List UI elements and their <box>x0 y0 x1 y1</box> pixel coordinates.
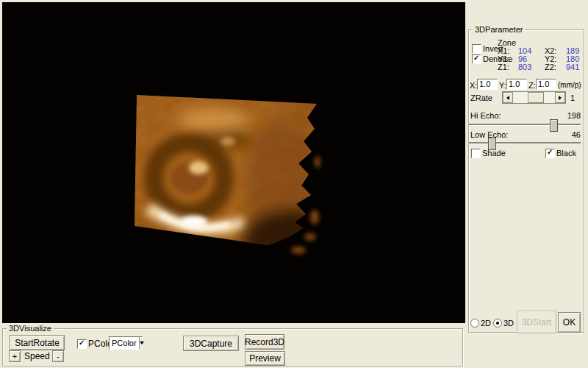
scale-unit-label: (mm/p) <box>558 81 581 90</box>
mode-2d-label: 2D <box>481 319 491 328</box>
mode-2d-radio[interactable] <box>470 319 479 328</box>
parameter-groupbox: 3DParameter <box>468 29 584 333</box>
pcolor-checkbox[interactable] <box>77 339 87 349</box>
zrate-value: 1 <box>570 93 575 102</box>
scroll-right-icon <box>559 96 564 100</box>
record3d-button[interactable]: Record3D <box>245 334 284 350</box>
parameter-panel: 3DParameter Invert Denoise Zone X1: 104 … <box>465 0 588 333</box>
visualize-panel-title: 3DVisualize <box>7 324 54 333</box>
invert-checkbox[interactable] <box>472 44 481 54</box>
zrate-scroll-right-button[interactable] <box>555 92 565 103</box>
pcolor-dropdown-value: PColor <box>110 339 139 347</box>
scale-z-label: Z: <box>528 81 536 90</box>
hi-echo-label: Hi Echo: <box>470 111 501 120</box>
zone-z1-value: 803 <box>518 63 531 71</box>
preview-button[interactable]: Preview <box>245 351 285 366</box>
pcolor-dropdown-button[interactable] <box>139 337 144 349</box>
zrate-scroll-track[interactable] <box>513 92 555 103</box>
scale-x-input[interactable] <box>477 79 498 90</box>
ok-button[interactable]: OK <box>558 312 581 333</box>
capture3d-button[interactable]: 3DCapture <box>183 336 239 351</box>
mode-3d-radio[interactable] <box>493 319 502 328</box>
black-label: Black <box>556 149 576 158</box>
zrate-scroll-left-button[interactable] <box>503 92 513 103</box>
ultrasound-volume-render[interactable] <box>118 74 331 265</box>
pcolor-dropdown[interactable]: PColor <box>109 336 143 350</box>
speed-label: Speed <box>24 352 50 361</box>
zone-z2-label: Z2: <box>545 63 556 71</box>
speed-minus-button[interactable]: - <box>52 350 64 362</box>
zrate-scrollbar[interactable] <box>502 91 566 104</box>
start-rotate-button[interactable]: StartRotate <box>10 335 65 350</box>
zrate-scroll-thumb[interactable] <box>528 92 544 103</box>
scale-z-input[interactable] <box>536 79 556 90</box>
speed-plus-button[interactable]: + <box>9 350 21 362</box>
chevron-down-icon <box>140 342 144 347</box>
hi-echo-slider-track[interactable] <box>469 124 581 126</box>
shade-checkbox[interactable] <box>471 149 481 158</box>
low-echo-slider-track[interactable] <box>469 142 581 144</box>
zone-z1-label: Z1: <box>498 63 509 71</box>
denoise-checkbox[interactable] <box>472 54 481 64</box>
mode-3d-label: 3D <box>503 319 514 328</box>
start3d-button[interactable]: 3DStart <box>517 311 556 333</box>
shade-label: Shade <box>482 149 506 158</box>
scale-x-label: X: <box>470 81 477 90</box>
zone-z2-value: 941 <box>566 63 579 71</box>
parameter-panel-title: 3DParameter <box>473 25 525 34</box>
app-window: 3DParameter Invert Denoise Zone X1: 104 … <box>0 0 588 368</box>
scale-y-input[interactable] <box>506 79 527 90</box>
scroll-left-icon <box>504 96 509 100</box>
render-viewport[interactable] <box>2 2 465 323</box>
scale-y-label: Y: <box>499 81 506 90</box>
visualize-panel: 3DVisualize StartRotate + Speed - PColor… <box>0 323 465 368</box>
black-checkbox[interactable] <box>545 149 555 158</box>
zrate-label: ZRate <box>470 93 492 102</box>
low-echo-value: 46 <box>551 130 581 139</box>
